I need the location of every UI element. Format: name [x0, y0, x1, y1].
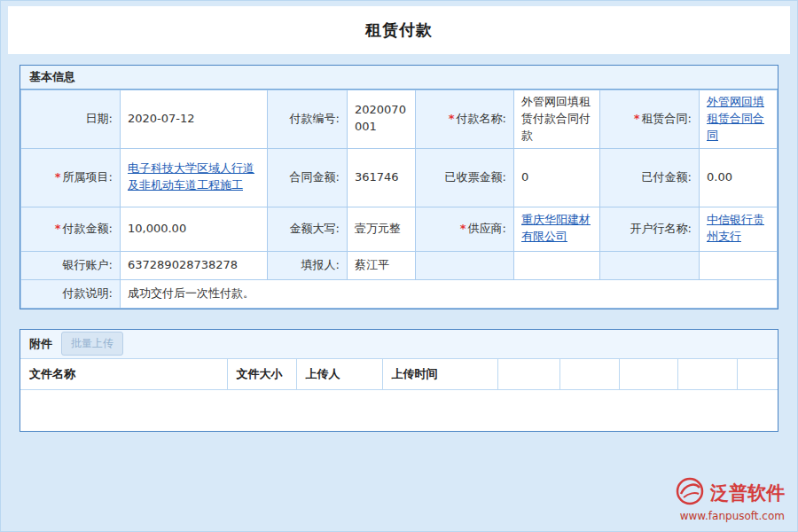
basic-info-header: 基本信息: [20, 66, 778, 90]
column-header-empty: [497, 358, 559, 389]
table-row: *所属项目: 电子科技大学区域人行道及非机动车道工程施工 合同金额: 36174…: [21, 148, 778, 207]
payment-note-value: 成功交付后一次性付款。: [121, 279, 778, 308]
bank-name-link[interactable]: 中信银行贵州支行: [707, 213, 764, 243]
required-marker: *: [55, 170, 61, 184]
content-area: 基本信息 日期: 2020-07-12 付款编号: 2020070001 *付款…: [1, 54, 797, 432]
app-window: 租赁付款 基本信息 日期: 2020-07-12 付款编号:: [0, 0, 798, 532]
empty-label-cell: [416, 251, 514, 279]
column-header-empty: [559, 358, 619, 389]
attachments-table: 文件名称 文件大小 上传人 上传时间: [20, 358, 778, 390]
table-row: 银行账户: 637289028738278 填报人: 蔡江平: [21, 251, 778, 279]
column-header-file-size: 文件大小: [227, 358, 296, 389]
preparer-value: 蔡江平: [348, 251, 416, 279]
project-value: 电子科技大学区域人行道及非机动车道工程施工: [121, 148, 268, 207]
column-header-empty: [677, 358, 737, 389]
attachments-title: 附件: [29, 336, 52, 352]
column-header-empty: [619, 358, 677, 389]
amount-words-value: 壹万元整: [348, 207, 416, 251]
lease-contract-label: *租赁合同:: [600, 90, 700, 149]
column-header-upload-time: 上传时间: [382, 358, 497, 389]
basic-info-title: 基本信息: [29, 69, 75, 85]
required-marker: *: [55, 222, 61, 235]
attachments-section: 附件 批量上传 文件名称 文件大小 上传人 上传时间: [20, 329, 778, 432]
supplier-value: 重庆华阳建材有限公司: [514, 207, 600, 251]
invoiced-amount-value: 0: [514, 148, 600, 207]
bank-account-value: 637289028738278: [121, 251, 268, 279]
supplier-link[interactable]: 重庆华阳建材有限公司: [521, 213, 591, 243]
brand-website: www.fanpusoft.com: [675, 510, 785, 522]
lease-contract-value: 外管网回填租赁合同合同: [700, 90, 778, 149]
title-bar: 租赁付款: [8, 6, 790, 54]
attachments-header-row: 文件名称 文件大小 上传人 上传时间: [20, 358, 778, 389]
table-row: 付款说明: 成功交付后一次性付款。: [21, 279, 778, 308]
attachments-header: 附件 批量上传: [20, 330, 778, 358]
basic-info-section: 基本信息 日期: 2020-07-12 付款编号: 2020070001 *付款…: [20, 65, 778, 309]
amount-words-label: 金额大写:: [268, 207, 348, 251]
payment-note-label: 付款说明:: [21, 279, 121, 308]
required-marker: *: [460, 222, 466, 235]
attachments-empty-body: [20, 390, 778, 431]
bank-name-value: 中信银行贵州支行: [700, 207, 778, 251]
payment-no-label: 付款编号:: [268, 90, 348, 149]
payment-no-value: 2020070001: [348, 90, 416, 149]
payment-name-value: 外管网回填租赁付款合同付款: [514, 90, 600, 149]
page-title: 租赁付款: [365, 20, 433, 41]
empty-label-cell: [600, 251, 700, 279]
contract-amount-label: 合同金额:: [268, 148, 348, 207]
contract-amount-value: 361746: [348, 148, 416, 207]
payment-name-label: *付款名称:: [416, 90, 514, 149]
payment-amount-value: 10,000.00: [121, 207, 268, 251]
date-value: 2020-07-12: [121, 90, 268, 149]
date-label: 日期:: [21, 90, 121, 149]
brand-footer: 泛普软件 www.fanpusoft.com: [675, 476, 785, 522]
project-label: *所属项目:: [21, 148, 121, 207]
payment-amount-label: *付款金额:: [21, 207, 121, 251]
supplier-label: *供应商:: [416, 207, 514, 251]
column-header-file-name: 文件名称: [20, 358, 227, 389]
bank-account-label: 银行账户:: [21, 251, 121, 279]
lease-contract-link[interactable]: 外管网回填租赁合同合同: [707, 95, 764, 142]
table-row: 日期: 2020-07-12 付款编号: 2020070001 *付款名称: 外…: [21, 90, 778, 149]
column-header-empty: [737, 358, 778, 389]
paid-amount-value: 0.00: [700, 148, 778, 207]
brand-name: 泛普软件: [710, 481, 785, 505]
bank-name-label: 开户行名称:: [600, 207, 700, 251]
table-row: *付款金额: 10,000.00 金额大写: 壹万元整 *供应商: 重庆华阳建材…: [21, 207, 778, 251]
column-header-uploader: 上传人: [296, 358, 382, 389]
batch-upload-button[interactable]: 批量上传: [61, 332, 123, 356]
project-link[interactable]: 电子科技大学区域人行道及非机动车道工程施工: [128, 161, 254, 192]
fanpu-logo-icon: [675, 476, 705, 509]
preparer-label: 填报人:: [268, 251, 348, 279]
brand-row: 泛普软件: [675, 476, 785, 509]
required-marker: *: [634, 112, 640, 125]
invoiced-amount-label: 已收票金额:: [416, 148, 514, 207]
paid-amount-label: 已付金额:: [600, 148, 700, 207]
basic-info-table: 日期: 2020-07-12 付款编号: 2020070001 *付款名称: 外…: [20, 90, 778, 309]
required-marker: *: [449, 112, 455, 125]
empty-value-cell: [700, 251, 778, 279]
empty-value-cell: [514, 251, 600, 279]
